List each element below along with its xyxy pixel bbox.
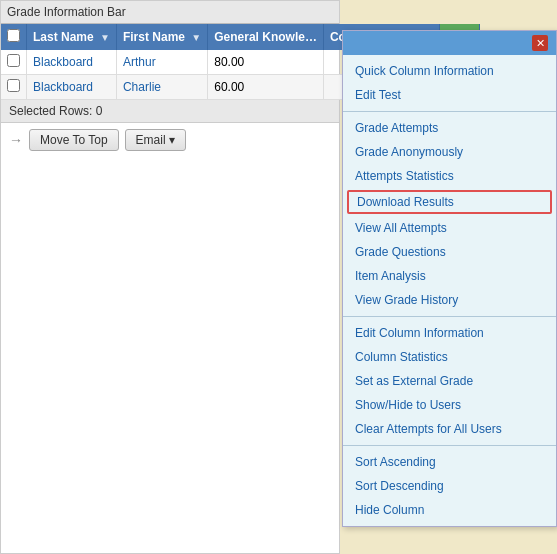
menu-item-edit-column-info[interactable]: Edit Column Information: [343, 321, 556, 345]
sort-icon-first-name[interactable]: ▼: [191, 32, 201, 43]
dropdown-close-button[interactable]: ✕: [532, 35, 548, 51]
row1-checkbox-cell: [1, 50, 27, 75]
menu-item-sort-ascending[interactable]: Sort Ascending: [343, 450, 556, 474]
header-checkbox-col: [1, 24, 27, 50]
grade-info-bar: Grade Information Bar: [1, 1, 339, 24]
dropdown-section-3: Edit Column Information Column Statistic…: [343, 317, 556, 446]
toolbar: → Move To Top Email ▾: [1, 123, 339, 157]
row1-checkbox[interactable]: [7, 54, 20, 67]
grade-bar-label: Grade Information Bar: [7, 5, 126, 19]
row1-last-name[interactable]: Blackboard: [27, 50, 117, 75]
dropdown-section-1: Quick Column Information Edit Test: [343, 55, 556, 112]
menu-item-sort-descending[interactable]: Sort Descending: [343, 474, 556, 498]
sort-icon-last-name[interactable]: ▼: [100, 32, 110, 43]
dropdown-section-4: Sort Ascending Sort Descending Hide Colu…: [343, 446, 556, 526]
row2-checkbox[interactable]: [7, 79, 20, 92]
context-dropdown-menu: ✕ Quick Column Information Edit Test Gra…: [342, 30, 557, 527]
menu-item-view-all-attempts[interactable]: View All Attempts: [343, 216, 556, 240]
header-general-knowledge-label: General Knowle…: [214, 30, 317, 44]
menu-item-show-hide-users[interactable]: Show/Hide to Users: [343, 393, 556, 417]
selected-rows-label: Selected Rows: 0: [9, 104, 102, 118]
header-first-name-label: First Name: [123, 30, 185, 44]
grade-center-panel: Grade Information Bar Last Name ▼ First …: [0, 0, 340, 554]
menu-item-hide-column[interactable]: Hide Column: [343, 498, 556, 522]
dropdown-header: ✕: [343, 31, 556, 55]
menu-item-grade-questions[interactable]: Grade Questions: [343, 240, 556, 264]
move-to-top-button[interactable]: Move To Top: [29, 129, 119, 151]
menu-item-grade-attempts[interactable]: Grade Attempts: [343, 116, 556, 140]
row1-general-knowledge: 80.00: [208, 50, 324, 75]
menu-item-edit-test[interactable]: Edit Test: [343, 83, 556, 107]
menu-item-quick-column-info[interactable]: Quick Column Information: [343, 59, 556, 83]
grade-center-wrapper: Grade Information Bar Last Name ▼ First …: [0, 0, 557, 554]
selected-rows-bar: Selected Rows: 0: [1, 100, 339, 123]
menu-item-grade-anonymously[interactable]: Grade Anonymously: [343, 140, 556, 164]
dropdown-section-2: Grade Attempts Grade Anonymously Attempt…: [343, 112, 556, 317]
row2-first-name[interactable]: Charlie: [116, 75, 207, 100]
menu-item-set-external-grade[interactable]: Set as External Grade: [343, 369, 556, 393]
menu-item-view-grade-history[interactable]: View Grade History: [343, 288, 556, 312]
menu-item-item-analysis[interactable]: Item Analysis: [343, 264, 556, 288]
header-first-name: First Name ▼: [116, 24, 207, 50]
email-dropdown-arrow-icon: ▾: [169, 133, 175, 147]
toolbar-arrow-icon: →: [9, 132, 23, 148]
header-general-knowledge: General Knowle…: [208, 24, 324, 50]
row2-checkbox-cell: [1, 75, 27, 100]
header-last-name-label: Last Name: [33, 30, 94, 44]
select-all-checkbox[interactable]: [7, 29, 20, 42]
email-button[interactable]: Email ▾: [125, 129, 186, 151]
row2-general-knowledge: 60.00: [208, 75, 324, 100]
menu-item-download-results[interactable]: Download Results: [347, 190, 552, 214]
row2-last-name[interactable]: Blackboard: [27, 75, 117, 100]
row1-first-name[interactable]: Arthur: [116, 50, 207, 75]
menu-item-clear-attempts[interactable]: Clear Attempts for All Users: [343, 417, 556, 441]
menu-item-attempts-statistics[interactable]: Attempts Statistics: [343, 164, 556, 188]
menu-item-column-statistics[interactable]: Column Statistics: [343, 345, 556, 369]
header-last-name: Last Name ▼: [27, 24, 117, 50]
